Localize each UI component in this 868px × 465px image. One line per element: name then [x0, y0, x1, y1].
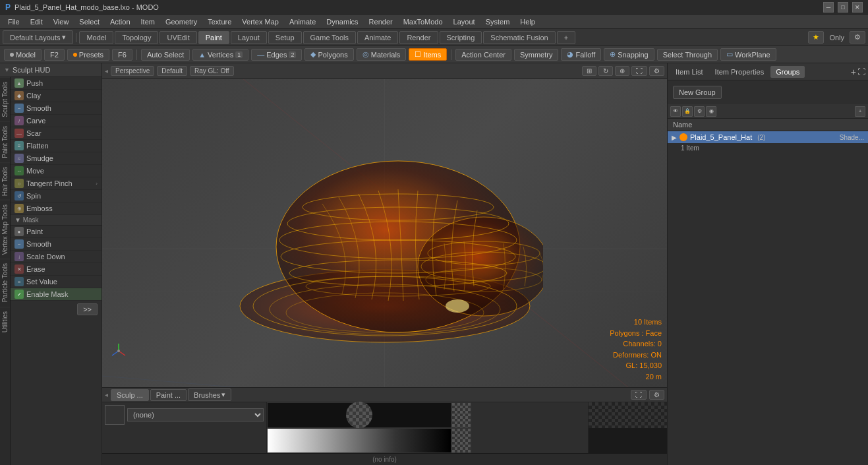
layout-dropdown-icon[interactable]: ▾ [62, 33, 66, 42]
item-row[interactable]: ▶ Plaid_5_Panel_Hat (2) Shade... [668, 131, 868, 143]
menu-edit[interactable]: Edit [25, 16, 48, 27]
tab-schematic-fusion[interactable]: Schematic Fusion [483, 31, 555, 44]
items-btn[interactable]: ☐ Items [409, 48, 447, 61]
bottom-expand-btn[interactable]: ⛶ [631, 390, 647, 400]
edges-btn[interactable]: — Edges 2 [251, 49, 302, 61]
symmetry-btn[interactable]: Symmetry [514, 49, 559, 61]
tool-smudge[interactable]: ≈ Smudge [11, 152, 101, 165]
f2-btn[interactable]: F2 [44, 49, 65, 61]
swatch-gradient[interactable] [267, 428, 451, 454]
shading-btn[interactable]: Default [157, 66, 187, 76]
tab-item-list[interactable]: Item List [670, 66, 709, 78]
snapping-btn[interactable]: ⊕ Snapping [604, 48, 654, 61]
menu-file[interactable]: File [3, 16, 25, 27]
swatch-checker-2[interactable] [451, 428, 471, 454]
menu-help[interactable]: Help [515, 16, 540, 27]
tab-paint[interactable]: Paint [198, 31, 229, 44]
right-tab-expand[interactable]: ⛶ [857, 67, 865, 77]
tool-enable-mask[interactable]: ✓ Enable Mask [11, 288, 101, 301]
perspective-btn[interactable]: Perspective [111, 66, 154, 76]
brushes-arrow[interactable]: ▾ [221, 390, 225, 399]
tool-emboss[interactable]: ⊕ Emboss [11, 202, 101, 215]
layout-default-btn[interactable]: Default Layouts ▾ [3, 30, 73, 44]
side-tab-sculpt[interactable]: Sculpt Tools [0, 77, 10, 121]
side-tab-particle[interactable]: Particle Tools [0, 259, 10, 306]
tab-groups[interactable]: Groups [770, 66, 805, 78]
minimize-button[interactable]: ─ [823, 2, 834, 13]
expand-button[interactable]: >> [77, 303, 98, 315]
right-tab-add[interactable]: + [851, 67, 856, 77]
side-tab-utilities[interactable]: Utilities [0, 307, 10, 336]
side-tab-hair[interactable]: Hair Tools [0, 162, 10, 200]
swatch-checker[interactable] [451, 402, 471, 428]
swatch-dark-1[interactable] [267, 402, 451, 428]
tab-model[interactable]: Model [79, 31, 113, 44]
tab-game-tools[interactable]: Game Tools [303, 31, 357, 44]
select-through-btn[interactable]: Select Through [657, 49, 718, 61]
bottom-tab-paint[interactable]: Paint ... [150, 389, 187, 401]
tool-flatten[interactable]: ≡ Flatten [11, 140, 101, 152]
items-add-btn[interactable]: + [855, 106, 865, 117]
tab-render[interactable]: Render [399, 31, 438, 44]
brush-name-select[interactable]: (none) [127, 408, 264, 421]
items-vis-btn[interactable]: ◉ [706, 106, 716, 117]
side-tab-paint[interactable]: Paint Tools [0, 121, 10, 162]
tool-mask-scale-down[interactable]: ↓ Scale Down [11, 251, 101, 263]
tool-smooth[interactable]: ~ Smooth [11, 102, 101, 115]
bottom-tab-sculp[interactable]: Sculp ... [111, 389, 149, 401]
items-gear-btn[interactable]: ⚙ [694, 106, 705, 117]
menu-layout[interactable]: Layout [448, 16, 480, 27]
model-mode-btn[interactable]: Model [4, 49, 42, 61]
vp-frame-btn[interactable]: ⊞ [582, 66, 596, 76]
maximize-button[interactable]: □ [838, 2, 848, 13]
vp-fullscreen-btn[interactable]: ⛶ [631, 66, 647, 76]
tool-move[interactable]: ↔ Move [11, 165, 101, 177]
tool-tangent-pinch[interactable]: ○ Tangent Pinch › [11, 177, 101, 190]
new-group-button[interactable]: New Group [673, 86, 722, 99]
settings-button[interactable]: ⚙ [850, 31, 865, 44]
tool-mask-set-value[interactable]: = Set Value [11, 276, 101, 288]
materials-btn[interactable]: ◎ Materials [357, 48, 407, 61]
menu-action[interactable]: Action [105, 16, 136, 27]
menu-select[interactable]: Select [74, 16, 105, 27]
tab-scripting[interactable]: Scripting [440, 31, 482, 44]
tool-push[interactable]: ▲ Push [11, 77, 101, 90]
tool-mask-erase[interactable]: ✕ Erase [11, 263, 101, 276]
workplane-btn[interactable]: ▭ WorkPlane [720, 48, 776, 61]
menu-render[interactable]: Render [364, 16, 398, 27]
tool-scar[interactable]: — Scar [11, 127, 101, 140]
menu-geometry[interactable]: Geometry [160, 16, 202, 27]
tab-setup[interactable]: Setup [268, 31, 302, 44]
menu-animate[interactable]: Animate [284, 16, 321, 27]
tool-mask-paint[interactable]: ● Paint [11, 226, 101, 238]
bottom-tab-brushes[interactable]: Brushes ▾ [188, 388, 231, 401]
vertices-btn[interactable]: ▲ Vertices 1 [192, 49, 248, 61]
tab-add[interactable]: + [557, 31, 575, 44]
menu-system[interactable]: System [480, 16, 515, 27]
menu-item[interactable]: Item [136, 16, 160, 27]
tool-spin[interactable]: ↺ Spin [11, 190, 101, 202]
close-button[interactable]: ✕ [852, 2, 863, 13]
vp-zoom-btn[interactable]: ⊕ [615, 66, 629, 76]
tool-carve[interactable]: / Carve [11, 115, 101, 127]
menu-view[interactable]: View [48, 16, 74, 27]
tab-item-properties[interactable]: Item Properties [710, 66, 770, 78]
menu-dynamics[interactable]: Dynamics [321, 16, 363, 27]
menu-maxtomodo[interactable]: MaxToModo [398, 16, 448, 27]
menu-vertex-map[interactable]: Vertex Map [237, 16, 284, 27]
vp-settings-btn[interactable]: ⚙ [649, 66, 664, 76]
falloff-btn[interactable]: ◕ Falloff [561, 48, 601, 61]
action-center-btn[interactable]: Action Center [455, 49, 511, 61]
item-expand-icon[interactable]: ▶ [672, 134, 677, 141]
side-tab-vertex-map[interactable]: Vertex Map Tools [0, 200, 10, 259]
f6-btn[interactable]: F6 [112, 49, 132, 61]
ray-gl-btn[interactable]: Ray GL: Off [190, 66, 234, 76]
auto-select-btn[interactable]: Auto Select [141, 49, 190, 61]
items-lock-btn[interactable]: 🔒 [682, 106, 693, 117]
menu-texture[interactable]: Texture [202, 16, 237, 27]
viewport[interactable]: 10 Items Polygons : Face Channels: 0 Def… [102, 79, 667, 387]
bottom-settings-btn[interactable]: ⚙ [649, 390, 664, 400]
tab-animate[interactable]: Animate [357, 31, 398, 44]
tab-topology[interactable]: Topology [115, 31, 158, 44]
polygons-btn[interactable]: ◆ Polygons [304, 48, 353, 61]
